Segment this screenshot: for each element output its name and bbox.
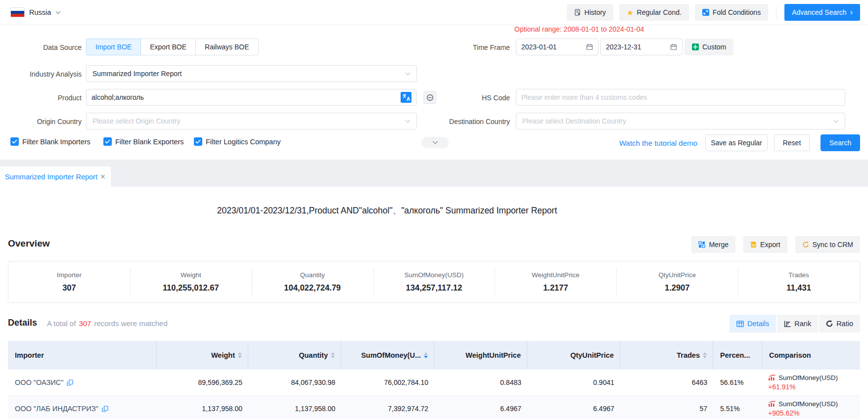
col-weight[interactable]: Weight [157,341,248,370]
topbar-divider [776,6,777,18]
table-row: ООО "ЛАБ ИНДАСТРИЗ" 1,137,958.00 1,137,9… [8,396,860,419]
filter-blank-importers-checkbox[interactable]: Filter Blank Importers [10,137,91,146]
export-button[interactable]: Export [743,236,787,253]
origin-country-placeholder: Please select Origin Country [92,117,405,125]
data-source-export-boe[interactable]: Export BOE [140,39,196,55]
search-button[interactable]: Search [821,134,860,151]
hs-code-value[interactable] [521,93,840,101]
copy-icon[interactable] [102,406,108,412]
stat-label: Trades [788,271,809,279]
sort-icon[interactable] [331,352,335,359]
topbar: Russia History ★ Regular Cond. Fold Cond… [0,0,868,25]
details-view-label: Details [747,320,769,328]
sum-of-money-cell: 76,002,784.10 [341,370,434,395]
rank-view-button[interactable]: Rank [777,315,818,333]
start-date-input[interactable] [516,39,598,55]
advanced-search-button[interactable]: Advanced Search › [784,4,860,21]
industry-analysis-select[interactable]: Summarized Importer Report [86,65,417,82]
destination-country-select[interactable]: Please select Destination Country [516,113,845,129]
sort-icon-active-desc[interactable] [424,352,428,359]
col-weight-unit-price: WeightUnitPrice [434,341,527,370]
close-icon[interactable]: × [100,172,105,181]
tutorial-demo-link[interactable]: Watch the tutorial demo [619,139,697,147]
copy-icon[interactable] [67,379,73,386]
importer-cell: ООО "ОАЗИС" [8,370,157,395]
quantity-cell: 1,137,958.00 [248,396,341,419]
russia-flag-icon [10,7,25,17]
advanced-search-label: Advanced Search [792,8,847,16]
tab-summarized-importer-report[interactable]: Summarized Importer Report × [0,167,112,187]
end-date-value[interactable] [606,43,670,51]
fold-conditions-button[interactable]: Fold Conditions [695,4,768,21]
merge-label: Merge [709,241,729,249]
importer-name-link[interactable]: ООО "ОАЗИС" [15,378,63,386]
save-as-regular-button[interactable]: Save as Regular [705,134,768,151]
comparison-cell: SumOfMoney(USD) +61.91% [762,370,860,395]
importer-name-link[interactable]: ООО "ЛАБ ИНДАСТРИЗ" [15,405,98,413]
hs-code-input[interactable] [516,89,845,106]
optional-range-hint: Optional range: 2008-01-01 to 2024-01-04 [514,25,644,33]
star-icon: ★ [627,9,633,16]
country-selector[interactable]: Russia [10,0,61,25]
merge-button[interactable]: Merge [691,236,735,253]
col-quantity[interactable]: Quantity [248,341,341,370]
data-source-label: Data Source [0,43,82,52]
data-source-railways-boe[interactable]: Railways BOE [195,39,258,55]
overview-stats-bar: Importer307 Weight110,255,012.67 Quantit… [8,261,860,303]
start-date-value[interactable] [521,43,586,51]
col-percent: Percen... [713,341,762,370]
stat-weight-unit-price: WeightUnitPrice1.2177 [495,261,616,302]
filter-blank-exporters-checkbox[interactable]: Filter Blank Exporters [103,137,184,146]
filter-blank-importers-label: Filter Blank Importers [22,138,91,146]
weight-cell: 1,137,958.00 [157,396,248,419]
details-view-button[interactable]: Details [730,315,776,333]
product-input[interactable]: A [86,89,417,106]
calendar-icon [586,43,593,50]
chevron-down-icon [833,120,839,123]
data-source-segment: Import BOE Export BOE Railways BOE [86,39,259,55]
overview-actions: Merge Export Sync to CRM [691,236,860,253]
filter-blank-exporters-label: Filter Blank Exporters [115,138,184,146]
stat-label: Importer [57,271,82,279]
stat-sum-of-money: SumOfMoney(USD)134,257,117.12 [373,261,495,302]
history-button[interactable]: History [567,4,614,21]
data-source-import-boe[interactable]: Import BOE [86,39,141,55]
sync-to-crm-button[interactable]: Sync to CRM [795,236,860,253]
custom-range-button[interactable]: Custom [685,39,733,55]
collapse-form-button[interactable] [421,137,449,148]
stat-label: WeightUnitPrice [532,271,580,279]
reset-button[interactable]: Reset [774,134,810,151]
details-summary: A total of307records were matched [47,319,168,328]
comparison-change: +61.91% [768,383,796,391]
ratio-view-button[interactable]: Ratio [819,315,860,333]
col-trades[interactable]: Trades [620,341,713,370]
end-date-input[interactable] [600,39,683,55]
trade-data-app: Russia History ★ Regular Cond. Fold Cond… [0,0,868,419]
destination-country-placeholder: Please select Destination Country [522,117,833,125]
stat-value: 104,022,724.79 [284,283,341,293]
regular-cond-label: Regular Cond. [637,8,682,16]
table-row: ООО "ОАЗИС" 89,596,369.25 84,067,930.98 … [8,370,860,396]
col-qty-unit-price: QtyUnitPrice [527,341,620,370]
comparison-metric: SumOfMoney(USD) [778,374,838,381]
regular-cond-button[interactable]: ★ Regular Cond. [619,4,689,21]
product-value[interactable] [91,93,398,101]
details-table: Importer Weight Quantity SumOfMoney(U...… [8,341,860,419]
chevron-down-icon [405,72,411,76]
col-sum-of-money[interactable]: SumOfMoney(U... [341,341,434,370]
details-heading: Details [8,318,37,328]
comparison-cell: SumOfMoney(USD) +905.62% [762,396,860,419]
origin-country-select[interactable]: Please select Origin Country [86,113,417,129]
checkbox-checked-icon [194,137,202,146]
filter-logitics-company-checkbox[interactable]: Filter Logitics Company [194,137,281,146]
sort-icon[interactable] [238,352,242,359]
sort-icon[interactable] [703,352,707,359]
rank-view-label: Rank [794,320,811,328]
rank-bars-icon [784,321,791,327]
percent-cell: 56.61% [713,370,762,395]
product-label: Product [0,93,82,102]
trades-cell: 6463 [620,370,713,395]
checkbox-checked-icon [103,137,112,146]
industry-analysis-value: Summarized Importer Report [92,70,405,78]
overview-heading: Overview [8,238,50,249]
